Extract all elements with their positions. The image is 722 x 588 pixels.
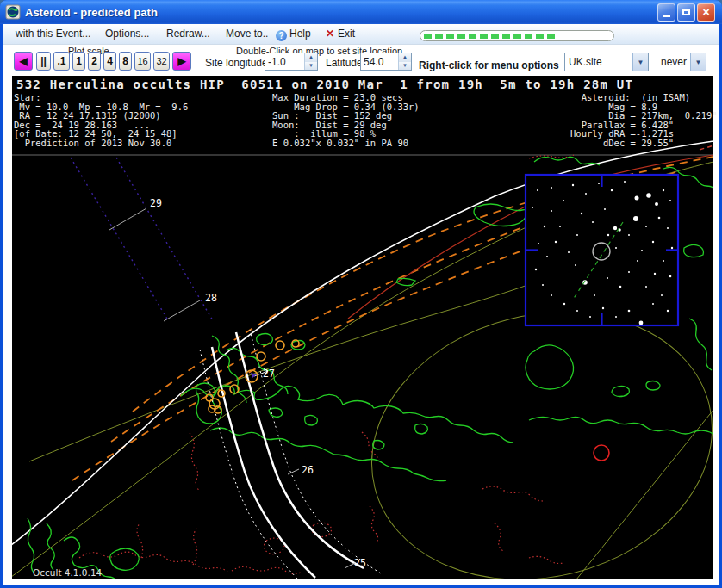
scale-button-16[interactable]: 16 (134, 52, 151, 71)
version-watermark: Occult 4.1.0.14 (33, 567, 103, 578)
star-dot (613, 226, 617, 230)
star-dot (654, 273, 656, 275)
chevron-down-icon[interactable]: ▼ (690, 53, 706, 71)
star-dot (532, 207, 533, 208)
spin-up-icon[interactable]: ▲ (305, 53, 317, 62)
site-file-value: UK.site (565, 53, 632, 71)
star-dot (628, 234, 630, 236)
scale-button-4[interactable]: 4 (103, 52, 116, 71)
progress-segment (424, 34, 432, 39)
star-dot (637, 260, 638, 262)
star-dot (602, 307, 604, 309)
chevron-down-icon[interactable]: ▼ (632, 53, 648, 71)
help-icon: ? (276, 30, 287, 41)
star-dot (615, 247, 617, 249)
progress-segment (480, 34, 488, 39)
latitude-field[interactable]: 54.0 ▲▼ (360, 53, 412, 71)
star-dot (538, 243, 539, 244)
star-dot (576, 234, 578, 236)
latitude-label: Latitude (326, 57, 363, 69)
rightclick-hint: Right-click for menu options (419, 59, 559, 71)
site-file-select[interactable]: UK.site ▼ (564, 53, 649, 71)
time-label-25: 25 (354, 557, 366, 569)
latitude-spinner[interactable]: ▲▼ (398, 53, 411, 70)
window-title: Asteroid - predicted path (25, 6, 657, 19)
star-dot (624, 181, 626, 183)
scale-button-8[interactable]: 8 (119, 52, 132, 71)
menu-options[interactable]: Options... (105, 28, 149, 40)
time-label-28: 28 (205, 292, 217, 304)
minimize-button[interactable] (657, 3, 675, 22)
site-marker-circle (257, 352, 265, 361)
star-dot (551, 294, 552, 296)
plot-scale-prev-button[interactable]: ◀ (14, 52, 33, 71)
star-dot (646, 193, 651, 198)
star-dot (551, 187, 552, 189)
menu-bar: with this Event... Options... Redraw... … (3, 24, 719, 45)
client-area: with this Event... Options... Redraw... … (3, 24, 719, 585)
star-dot (551, 210, 552, 212)
star-dot (611, 189, 613, 191)
menu-move-to[interactable]: Move to.. (226, 28, 268, 40)
scale-button-2[interactable]: 2 (88, 52, 101, 71)
plot-sites-select[interactable]: never ▼ (657, 53, 706, 71)
toolbar: Plot scale ◀ || .1 1 2 4 8 16 32 ▶ Doubl… (3, 45, 719, 76)
menu-redraw[interactable]: Redraw... (166, 28, 210, 40)
star-dot (555, 241, 557, 243)
spin-down-icon[interactable]: ▼ (399, 62, 411, 71)
app-icon (5, 4, 21, 20)
maximize-icon (682, 9, 690, 15)
progress-segment (536, 34, 544, 39)
minimize-icon (663, 15, 670, 17)
progress-segment (513, 34, 521, 39)
spin-down-icon[interactable]: ▼ (305, 62, 317, 71)
progress-bar (420, 30, 614, 41)
site-longitude-value: -1.0 (265, 53, 304, 70)
site-longitude-field[interactable]: -1.0 ▲▼ (265, 53, 318, 71)
star-dot (592, 221, 594, 223)
map-area: Occult 4.1.0.14 2928272625 532 Herculina… (12, 76, 713, 579)
spin-up-icon[interactable]: ▲ (399, 53, 411, 62)
prediction-map[interactable]: Occult 4.1.0.14 2928272625 (12, 76, 713, 579)
country-borders (79, 155, 574, 574)
star-dot (658, 217, 661, 220)
star-dot (639, 321, 644, 325)
scale-button-pause[interactable]: || (36, 52, 51, 71)
site-longitude-label: Site longitude (205, 57, 268, 69)
progress-segment (469, 34, 476, 39)
plot-scale-next-button[interactable]: ▶ (172, 52, 191, 71)
star-dot (671, 247, 673, 249)
progress-segment (547, 34, 555, 39)
star-dot (652, 241, 654, 243)
prior-path-band (71, 158, 214, 322)
star-dot (645, 226, 647, 227)
sun-limit-dashes (700, 145, 713, 150)
progress-segment (446, 34, 454, 39)
progress-segment (525, 34, 532, 39)
map-extra-markers: Occult 4.1.0.14 (33, 445, 609, 578)
star-dot (598, 183, 600, 184)
site-longitude-spinner[interactable]: ▲▼ (304, 53, 317, 70)
close-button[interactable]: ✕ (697, 3, 715, 22)
occultation-path (200, 330, 381, 579)
plot-sites-value: never (657, 53, 690, 71)
star-dot (669, 200, 671, 201)
star-dot (641, 250, 643, 251)
scale-button-1[interactable]: 1 (72, 52, 85, 71)
path-time-labels: 2928272625 (150, 197, 366, 569)
star-dot (661, 294, 663, 296)
scale-button-32[interactable]: 32 (153, 52, 170, 71)
menu-with-this-event[interactable]: with this Event... (16, 28, 90, 40)
time-label-29: 29 (150, 197, 162, 209)
star-dot (628, 271, 630, 273)
star-dot (542, 284, 544, 286)
menu-help[interactable]: ?Help (276, 28, 311, 41)
menu-exit[interactable]: ✕Exit (326, 28, 355, 40)
star-dot (589, 316, 591, 318)
inset-chart-frame (526, 175, 678, 325)
scale-button-0-1[interactable]: .1 (53, 52, 70, 71)
maximize-button[interactable] (677, 3, 695, 22)
progress-segment (502, 34, 510, 39)
star-dot (633, 216, 638, 221)
star-dot (575, 264, 576, 266)
